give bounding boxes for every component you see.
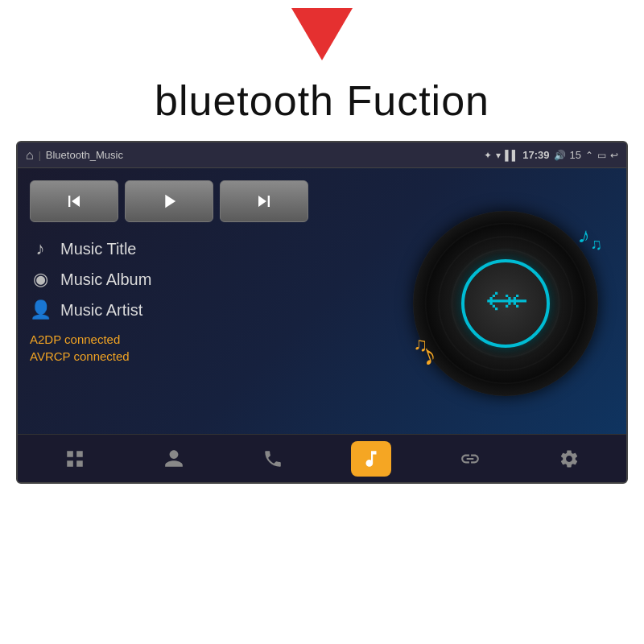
main-content: ♪ Music Title ◉ Music Album 👤 Music Arti… bbox=[18, 168, 626, 434]
bluetooth-icon: ⬾ bbox=[485, 283, 526, 324]
next-button[interactable] bbox=[220, 180, 308, 222]
badge-area: 04 bbox=[0, 0, 644, 64]
a2dp-status: A2DP connected bbox=[30, 332, 397, 346]
nav-item-settings[interactable] bbox=[549, 441, 589, 477]
music-note-icon: ♪ bbox=[30, 238, 51, 259]
signal-icon: ▌▌ bbox=[505, 150, 518, 161]
nav-bar bbox=[18, 434, 626, 482]
music-album-row: ◉ Music Album bbox=[30, 269, 397, 290]
status-bar: ⌂ | Bluetooth_Music ✦ ▾ ▌▌ 17:39 🔊 15 ⌃ … bbox=[18, 142, 626, 168]
avrcp-status: AVRCP connected bbox=[30, 349, 397, 363]
nav-item-music[interactable] bbox=[351, 441, 391, 477]
bluetooth-circle: ⬾ bbox=[461, 259, 550, 348]
android-screen: ⌂ | Bluetooth_Music ✦ ▾ ▌▌ 17:39 🔊 15 ⌃ … bbox=[16, 141, 628, 484]
artist-icon: 👤 bbox=[30, 299, 51, 320]
nav-item-user[interactable] bbox=[154, 441, 194, 477]
music-info: ♪ Music Title ◉ Music Album 👤 Music Arti… bbox=[30, 238, 397, 320]
music-artist-row: 👤 Music Artist bbox=[30, 299, 397, 320]
badge-triangle bbox=[291, 8, 353, 60]
music-note-decoration-4: ♫ bbox=[413, 333, 427, 356]
nav-item-grid[interactable] bbox=[55, 441, 95, 477]
page-title: bluetooth Fuction bbox=[0, 64, 644, 141]
nav-item-phone[interactable] bbox=[253, 441, 293, 477]
status-icons: ✦ ▾ ▌▌ 17:39 🔊 15 ⌃ ▭ ↩ bbox=[484, 149, 618, 161]
back-icon[interactable]: ↩ bbox=[610, 150, 618, 161]
volume-level: 15 bbox=[570, 149, 581, 161]
window-icon[interactable]: ▭ bbox=[597, 150, 606, 161]
music-title-row: ♪ Music Title bbox=[30, 238, 397, 259]
app-name: Bluetooth_Music bbox=[46, 149, 479, 161]
left-panel: ♪ Music Title ◉ Music Album 👤 Music Arti… bbox=[30, 180, 397, 426]
prev-button[interactable] bbox=[30, 180, 118, 222]
album-icon: ◉ bbox=[30, 269, 51, 290]
right-panel: ⬾ ♪ ♫ ♪ ♫ bbox=[397, 180, 614, 426]
transport-controls bbox=[30, 180, 397, 222]
nav-item-link[interactable] bbox=[450, 441, 490, 477]
music-note-decoration-2: ♫ bbox=[589, 234, 603, 254]
status-time: 17:39 bbox=[522, 149, 549, 161]
music-artist-label: Music Artist bbox=[60, 301, 142, 320]
music-title-label: Music Title bbox=[60, 240, 136, 258]
expand-icon[interactable]: ⌃ bbox=[585, 150, 593, 161]
music-album-label: Music Album bbox=[60, 270, 151, 289]
volume-icon: 🔊 bbox=[554, 150, 566, 161]
bluetooth-status-icon: ✦ bbox=[484, 150, 492, 161]
wifi-icon: ▾ bbox=[496, 150, 501, 161]
connection-status: A2DP connected AVRCP connected bbox=[30, 332, 397, 363]
home-icon[interactable]: ⌂ bbox=[26, 148, 34, 163]
play-button[interactable] bbox=[125, 180, 213, 222]
